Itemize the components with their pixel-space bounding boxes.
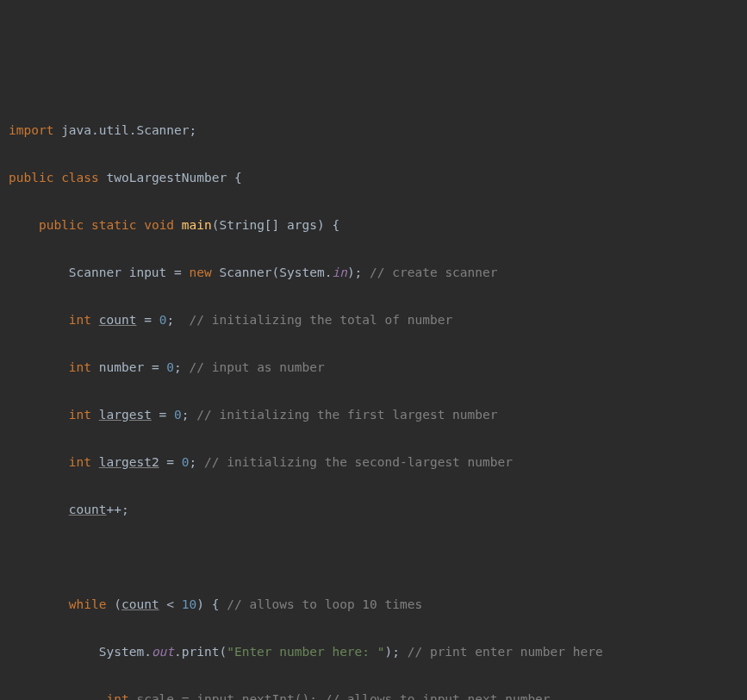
code-line: int number = 0; // input as number [9, 356, 738, 380]
number: 10 [182, 597, 196, 611]
code-line: count++; [9, 498, 738, 522]
variable: largest [99, 408, 152, 422]
keyword: public [39, 218, 84, 232]
variable: count [99, 313, 137, 327]
code-line: Scanner input = new Scanner(System.in); … [9, 261, 738, 285]
code-line: int largest2 = 0; // initializing the se… [9, 451, 738, 475]
keyword: public [9, 171, 53, 184]
comment: // initializing the first largest number [190, 408, 498, 422]
number: 0 [166, 360, 174, 374]
keyword: void [144, 218, 174, 232]
code-line: int scale = input.nextInt(); // allows t… [9, 688, 738, 701]
keyword: class [61, 171, 99, 184]
code-editor[interactable]: import java.util.Scanner; public class t… [9, 95, 738, 700]
code-text: .print( [174, 645, 227, 659]
number: 0 [174, 408, 182, 422]
code-text: Scanner(System. [212, 266, 333, 279]
code-text: ; [190, 455, 197, 469]
code-text: ; [166, 313, 174, 327]
code-text: ); [347, 266, 362, 279]
code-text: scale = input.nextInt(); [129, 692, 317, 701]
class-name: twoLargestNumber [107, 171, 227, 184]
code-text: Scanner input = [69, 266, 190, 279]
code-text: ( [107, 597, 121, 611]
code-line: public static void main(String[] args) { [9, 214, 738, 238]
comment: // allows to loop 10 times [220, 597, 423, 611]
comment: // input as number [182, 360, 325, 374]
keyword: int [69, 455, 91, 469]
comment: // allows to input next number [317, 692, 551, 701]
code-text: = [136, 313, 159, 327]
string: "Enter number here: " [227, 645, 384, 659]
keyword: int [69, 408, 91, 422]
variable: count [69, 503, 107, 516]
code-text: System. [99, 645, 152, 659]
keyword: int [69, 313, 91, 327]
code-line [9, 546, 738, 570]
code-text: ; [182, 408, 190, 422]
variable: count [121, 597, 159, 611]
code-line: System.out.print("Enter number here: ");… [9, 641, 738, 665]
code-text: = [152, 408, 174, 422]
comment: // initializing the second-largest numbe… [196, 455, 513, 469]
code-text: < [159, 597, 182, 611]
method-name: main [182, 218, 212, 232]
code-text: ; [174, 360, 182, 374]
code-text: ); [385, 645, 400, 659]
field: out [152, 645, 174, 659]
code-line: public class twoLargestNumber { [9, 166, 738, 191]
number: 0 [182, 455, 190, 469]
code-text: ) { [196, 597, 219, 611]
code-line: import java.util.Scanner; [9, 119, 738, 143]
keyword: static [91, 218, 136, 232]
code-line: int count = 0; // initializing the total… [9, 309, 738, 333]
code-line: int largest = 0; // initializing the fir… [9, 403, 738, 428]
keyword: new [190, 266, 212, 279]
comment: // create scanner [362, 266, 497, 279]
code-line: while (count < 10) { // allows to loop 1… [9, 593, 738, 617]
code-text: ++; [107, 503, 129, 516]
comment: // print enter number here [400, 645, 603, 659]
package-name: java.util.Scanner [61, 123, 189, 137]
keyword: int [107, 692, 129, 701]
params: (String[] args) { [212, 218, 339, 232]
code-text: number = [91, 360, 166, 374]
keyword: int [69, 360, 91, 374]
comment: // initializing the total of number [174, 313, 452, 327]
variable: largest2 [99, 455, 159, 469]
field: in [332, 266, 346, 279]
keyword: while [69, 597, 107, 611]
code-text: = [159, 455, 182, 469]
keyword: import [9, 123, 53, 137]
